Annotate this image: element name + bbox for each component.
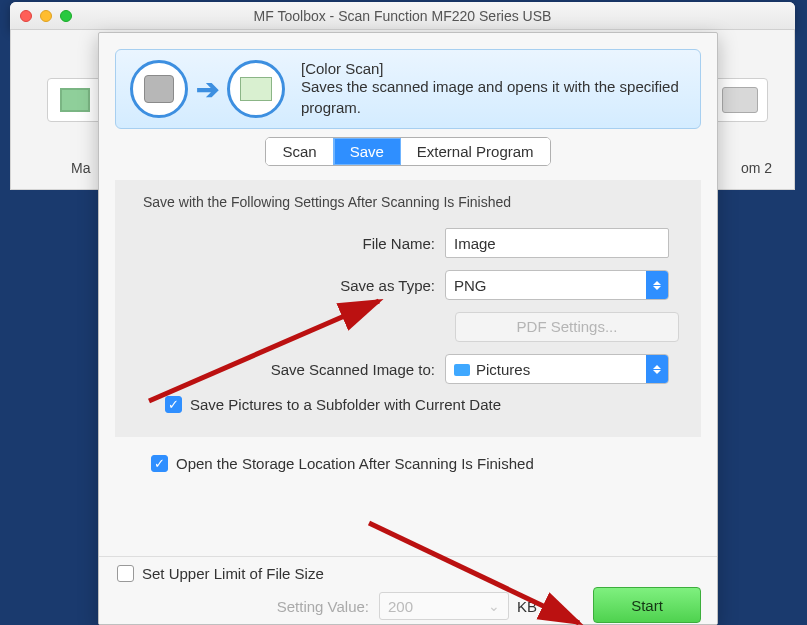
close-icon[interactable] [20, 10, 32, 22]
file-name-input[interactable] [445, 228, 669, 258]
subfolder-checkbox-label: Save Pictures to a Subfolder with Curren… [190, 396, 501, 413]
save-as-type-value: PNG [454, 277, 487, 294]
background-mode-icon-left [47, 78, 103, 122]
banner-icons: ➔ [130, 60, 285, 118]
setting-value-unit: KB [517, 598, 537, 615]
save-as-type-select[interactable]: PNG [445, 270, 669, 300]
tab-bar: Scan Save External Program [99, 137, 717, 166]
panel-heading: Save with the Following Settings After S… [143, 194, 687, 210]
window-controls [10, 10, 72, 22]
background-mode-icon-right [712, 78, 768, 122]
tab-scan[interactable]: Scan [266, 138, 333, 165]
titlebar: MF Toolbox - Scan Function MF220 Series … [10, 2, 795, 30]
background-mode-label-left: Ma [71, 160, 90, 176]
display-icon [227, 60, 285, 118]
scanner-icon [130, 60, 188, 118]
folder-icon [454, 364, 470, 376]
file-name-label: File Name: [129, 235, 445, 252]
start-button[interactable]: Start [593, 587, 701, 623]
banner-description: Saves the scanned image and opens it wit… [301, 77, 686, 118]
window-title: MF Toolbox - Scan Function MF220 Series … [10, 8, 795, 24]
background-window: MF Toolbox - Scan Function MF220 Series … [10, 2, 795, 30]
setting-value-field: 200 [379, 592, 509, 620]
setting-value: 200 [388, 598, 413, 615]
banner-text: [Color Scan] Saves the scanned image and… [301, 60, 686, 118]
chevron-updown-icon [646, 355, 668, 383]
save-to-label: Save Scanned Image to: [129, 361, 445, 378]
info-banner: ➔ [Color Scan] Saves the scanned image a… [115, 49, 701, 129]
save-as-type-label: Save as Type: [129, 277, 445, 294]
maximize-icon[interactable] [60, 10, 72, 22]
open-location-label: Open the Storage Location After Scanning… [176, 455, 534, 472]
upper-limit-label: Set Upper Limit of File Size [142, 565, 324, 582]
save-to-select[interactable]: Pictures [445, 354, 669, 384]
minimize-icon[interactable] [40, 10, 52, 22]
settings-sheet: ➔ [Color Scan] Saves the scanned image a… [98, 32, 718, 625]
save-settings-panel: Save with the Following Settings After S… [115, 180, 701, 437]
pdf-settings-button: PDF Settings... [455, 312, 679, 342]
upper-limit-checkbox[interactable] [117, 565, 134, 582]
tab-external-program[interactable]: External Program [401, 138, 550, 165]
chevron-updown-icon [646, 271, 668, 299]
bottom-bar: Set Upper Limit of File Size Setting Val… [99, 556, 717, 624]
banner-title: [Color Scan] [301, 60, 686, 77]
save-to-value: Pictures [476, 361, 530, 378]
subfolder-checkbox[interactable] [165, 396, 182, 413]
arrow-right-icon: ➔ [196, 73, 219, 106]
tab-save[interactable]: Save [334, 138, 401, 165]
setting-value-label: Setting Value: [115, 598, 379, 615]
open-location-checkbox[interactable] [151, 455, 168, 472]
background-mode-label-right: om 2 [741, 160, 772, 176]
